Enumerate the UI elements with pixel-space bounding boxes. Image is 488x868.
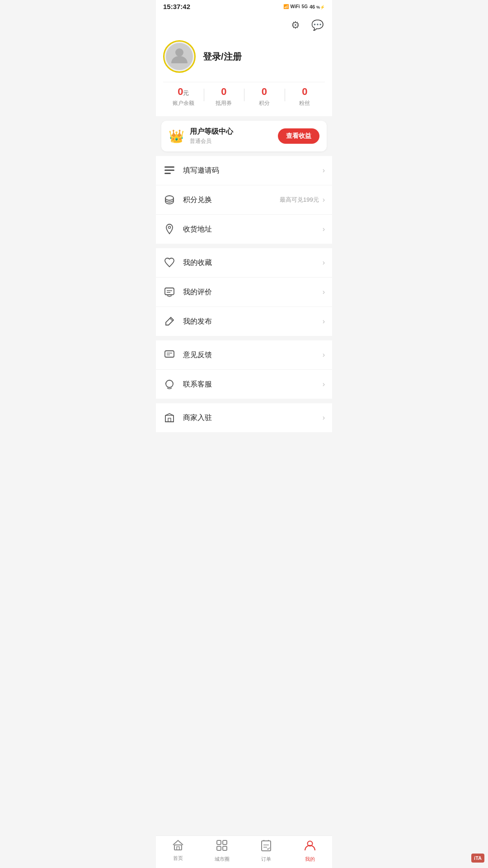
feedback-label: 意见反馈 xyxy=(183,350,323,360)
stat-followers-label: 粉丝 xyxy=(299,99,310,107)
stat-points[interactable]: 0 积分 xyxy=(244,86,285,107)
stat-followers[interactable]: 0 粉丝 xyxy=(285,86,325,107)
svg-rect-2 xyxy=(164,170,174,171)
stat-voucher[interactable]: 0 抵用券 xyxy=(204,86,244,107)
favorites-chevron: › xyxy=(323,259,325,267)
svg-point-5 xyxy=(169,226,171,229)
stat-points-label: 积分 xyxy=(259,99,270,107)
user-info: 登录/注册 xyxy=(163,40,325,73)
menu-item-customer-service[interactable]: 联系客服 › xyxy=(156,370,332,399)
menu-item-posts[interactable]: 我的发布 › xyxy=(156,307,332,336)
signal-icon: 📶 xyxy=(283,4,289,9)
member-left: 👑 用户等级中心 普通会员 xyxy=(169,127,233,145)
menu-item-favorites[interactable]: 我的收藏 › xyxy=(156,248,332,278)
menu-item-feedback[interactable]: 意见反馈 › xyxy=(156,340,332,370)
battery-icon: 46 %⚡ xyxy=(310,4,325,9)
menu-section-1: 填写邀请码 › 积分兑换 最高可兑199元 › 收货地址 › xyxy=(156,156,332,244)
points-exchange-label: 积分兑换 xyxy=(183,195,280,205)
posts-label: 我的发布 xyxy=(183,317,323,326)
avatar-inner xyxy=(166,43,193,70)
stat-voucher-num: 0 xyxy=(221,86,226,98)
feedback-icon xyxy=(163,349,176,361)
menu-item-address[interactable]: 收货地址 › xyxy=(156,215,332,244)
points-exchange-icon xyxy=(163,193,176,206)
posts-icon xyxy=(163,315,176,328)
header-area: ⚙ 💬 登录/注册 0元 账户余额 xyxy=(156,12,332,116)
status-icons: 📶 WiFi 5G 46 %⚡ xyxy=(283,4,325,9)
stat-voucher-label: 抵用券 xyxy=(216,99,232,107)
address-icon xyxy=(163,223,176,236)
menu-section-3: 意见反馈 › 联系客服 › xyxy=(156,340,332,399)
stat-points-num: 0 xyxy=(262,86,267,98)
wifi-icon: WiFi xyxy=(291,4,300,9)
invite-code-icon xyxy=(163,164,176,177)
merchant-label: 商家入驻 xyxy=(183,413,323,423)
header-top-icons: ⚙ 💬 xyxy=(163,18,325,33)
svg-point-13 xyxy=(166,380,173,387)
points-exchange-sub: 最高可兑199元 xyxy=(280,196,319,204)
member-title: 用户等级中心 xyxy=(190,127,233,137)
member-info: 用户等级中心 普通会员 xyxy=(190,127,233,145)
member-subtitle: 普通会员 xyxy=(190,137,233,145)
stat-balance-num: 0元 xyxy=(178,86,189,98)
message-button[interactable]: 💬 xyxy=(310,18,325,33)
stats-row: 0元 账户余额 0 抵用券 0 积分 0 粉丝 xyxy=(163,82,325,109)
settings-icon: ⚙ xyxy=(291,19,300,31)
svg-rect-3 xyxy=(164,173,171,174)
avatar[interactable] xyxy=(163,40,196,73)
invite-code-label: 填写邀请码 xyxy=(183,166,323,175)
check-income-button[interactable]: 查看收益 xyxy=(278,128,319,144)
login-register-label[interactable]: 登录/注册 xyxy=(203,51,242,63)
feedback-chevron: › xyxy=(323,351,325,359)
merchant-chevron: › xyxy=(323,414,325,422)
address-label: 收货地址 xyxy=(183,225,323,234)
merchant-icon xyxy=(163,411,176,424)
points-exchange-chevron: › xyxy=(323,196,325,204)
reviews-icon xyxy=(163,286,176,298)
member-card: 👑 用户等级中心 普通会员 查看收益 xyxy=(161,121,327,151)
svg-rect-16 xyxy=(168,418,171,422)
message-icon: 💬 xyxy=(311,19,324,31)
favorites-label: 我的收藏 xyxy=(183,258,323,268)
menu-item-merchant[interactable]: 商家入驻 › xyxy=(156,403,332,432)
customer-service-icon xyxy=(163,378,176,391)
menu-item-reviews[interactable]: 我的评价 › xyxy=(156,278,332,307)
menu-item-invite-code[interactable]: 填写邀请码 › xyxy=(156,156,332,185)
status-time: 15:37:42 xyxy=(163,3,190,10)
customer-service-label: 联系客服 xyxy=(183,380,323,389)
customer-service-chevron: › xyxy=(323,380,325,388)
reviews-label: 我的评价 xyxy=(183,288,323,297)
menu-section-2: 我的收藏 › 我的评价 › 我的发布 › xyxy=(156,248,332,336)
menu-item-points-exchange[interactable]: 积分兑换 最高可兑199元 › xyxy=(156,185,332,215)
svg-point-0 xyxy=(175,48,183,57)
stat-balance[interactable]: 0元 账户余额 xyxy=(163,86,204,107)
crown-icon: 👑 xyxy=(169,129,184,144)
stat-followers-num: 0 xyxy=(302,86,307,98)
avatar-placeholder-icon xyxy=(170,45,189,68)
stat-balance-label: 账户余额 xyxy=(173,99,194,107)
settings-button[interactable]: ⚙ xyxy=(288,18,303,33)
status-bar: 15:37:42 📶 WiFi 5G 46 %⚡ xyxy=(156,0,332,12)
svg-rect-10 xyxy=(165,351,174,357)
svg-point-4 xyxy=(165,196,174,200)
menu-section-4: 商家入驻 › xyxy=(156,403,332,432)
posts-chevron: › xyxy=(323,317,325,326)
invite-code-chevron: › xyxy=(323,166,325,175)
network-type: 5G xyxy=(302,4,308,9)
favorites-icon xyxy=(163,256,176,269)
svg-rect-6 xyxy=(165,288,174,295)
svg-rect-1 xyxy=(164,166,174,168)
reviews-chevron: › xyxy=(323,288,325,296)
svg-marker-14 xyxy=(165,414,174,422)
address-chevron: › xyxy=(323,225,325,233)
